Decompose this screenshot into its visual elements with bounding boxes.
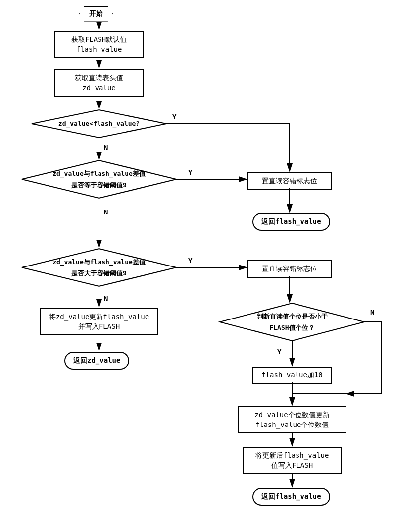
ret-flash2-text: 返回flash_value <box>261 492 321 502</box>
set-flag2-text: 置直读容错标志位 <box>262 264 317 274</box>
dec3-line2: 是否大于容错阈值9 <box>71 267 127 279</box>
dec3-line1: zd_value与flash_value差值 <box>52 256 146 267</box>
step1-line2: flash_value <box>71 45 127 54</box>
step1-line1: 获取FLASH默认值 <box>71 35 127 45</box>
step-get-flash: 获取FLASH默认值 flash_value <box>54 31 144 58</box>
decision-1: zd_value<flash_value? <box>30 109 168 139</box>
set-flag1-text: 置直读容错标志位 <box>262 176 317 186</box>
label-dec1-n: N <box>104 144 108 152</box>
dec4-line2: FLASH值个位？ <box>269 322 314 333</box>
label-dec3-n: N <box>104 295 108 303</box>
decision-4: 判断直读值个位是否小于 FLASH值个位？ <box>218 302 366 342</box>
return-flash-1: 返回flash_value <box>252 213 330 231</box>
label-dec1-y: Y <box>172 113 176 121</box>
start-label: 开始 <box>89 9 103 19</box>
step-get-zd: 获取直读表头值 zd_value <box>54 69 144 97</box>
ret-flash1-text: 返回flash_value <box>261 217 321 227</box>
return-zd: 返回zd_value <box>64 352 129 370</box>
label-dec2-n: N <box>104 208 108 216</box>
ret-zd-text: 返回zd_value <box>73 356 120 366</box>
dec1-text: zd_value<flash_value? <box>58 118 140 129</box>
step-update-left-l1: 将zd_value更新flash_value <box>49 312 149 322</box>
step2-line2: zd_value <box>75 83 123 93</box>
step-write-flash: 将更新后flash_value 值写入FLASH <box>243 447 342 474</box>
step-update-flash-left: 将zd_value更新flash_value 并写入FLASH <box>40 308 158 335</box>
step-set-flag-1: 置直读容错标志位 <box>248 172 332 190</box>
step-set-flag-2: 置直读容错标志位 <box>248 260 332 278</box>
dec2-line2: 是否等于容错阈值9 <box>71 179 127 191</box>
decision-3: zd_value与flash_value差值 是否大于容错阈值9 <box>20 248 178 287</box>
update-digit-l2: flash_value个位数值 <box>254 420 329 430</box>
decision-2: zd_value与flash_value差值 是否等于容错阈值9 <box>20 160 178 199</box>
label-dec2-y: Y <box>188 168 192 176</box>
step-update-left-l2: 并写入FLASH <box>49 322 149 332</box>
return-flash-2: 返回flash_value <box>252 488 330 506</box>
dec4-line1: 判断直读值个位是否小于 <box>257 311 328 322</box>
start-node: 开始 <box>79 6 113 22</box>
write-flash-l1: 将更新后flash_value <box>255 451 329 461</box>
dec2-line1: zd_value与flash_value差值 <box>52 168 146 179</box>
write-flash-l2: 值写入FLASH <box>255 461 329 471</box>
step-add-10: flash_value加10 <box>252 367 332 384</box>
step2-line1: 获取直读表头值 <box>75 73 123 83</box>
label-dec4-y: Y <box>277 348 281 356</box>
update-digit-l1: zd_value个位数值更新 <box>254 410 329 420</box>
add10-text: flash_value加10 <box>261 371 323 380</box>
step-update-digit: zd_value个位数值更新 flash_value个位数值 <box>238 406 346 433</box>
label-dec3-y: Y <box>188 257 192 265</box>
label-dec4-n: N <box>370 308 374 316</box>
